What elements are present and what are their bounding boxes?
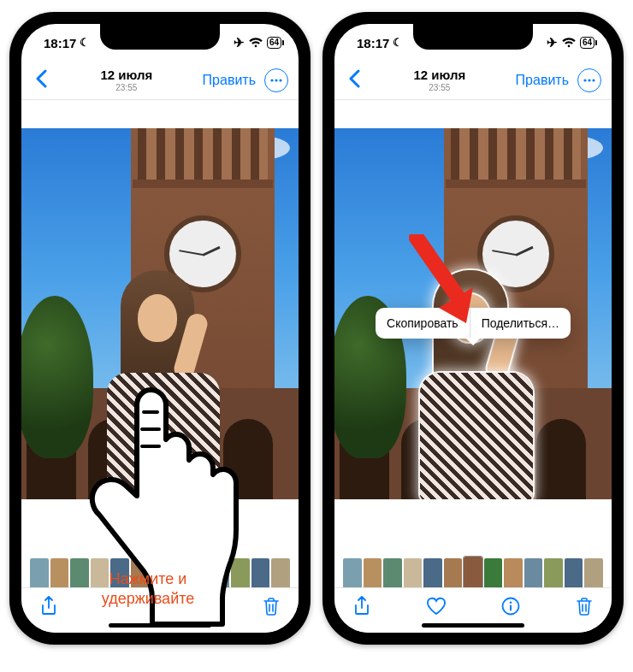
thumbnail[interactable] bbox=[50, 558, 69, 591]
thumbnail[interactable] bbox=[364, 558, 382, 591]
svg-point-7 bbox=[588, 79, 590, 81]
status-time: 18:17 bbox=[357, 36, 389, 50]
edit-button[interactable]: Править bbox=[203, 73, 256, 88]
trash-icon[interactable] bbox=[576, 597, 593, 619]
wifi-icon bbox=[249, 36, 263, 50]
phone-frame-right: 18:17 ☾ ✈ 64 12 июля 23:55 bbox=[322, 12, 624, 645]
svg-rect-5 bbox=[140, 445, 161, 448]
trash-icon[interactable] bbox=[263, 597, 280, 619]
thumbnail[interactable] bbox=[444, 558, 463, 591]
battery-indicator: 64 bbox=[267, 37, 281, 49]
stage: 18:17 ☾ ✈ 64 12 июля 23:55 bbox=[0, 0, 633, 672]
thumbnail[interactable] bbox=[484, 558, 503, 591]
thumbnail[interactable] bbox=[423, 558, 442, 591]
favorite-heart-icon[interactable] bbox=[426, 597, 447, 619]
svg-point-1 bbox=[275, 79, 277, 81]
notch bbox=[413, 24, 533, 50]
press-hold-hint: Нажмите и удерживайте bbox=[84, 569, 212, 608]
share-icon[interactable] bbox=[353, 596, 370, 620]
thumbnail[interactable] bbox=[383, 558, 402, 591]
thumbnail[interactable] bbox=[343, 558, 362, 591]
nav-title: 12 июля 23:55 bbox=[100, 68, 152, 92]
dnd-moon-icon: ☾ bbox=[80, 36, 90, 49]
thumbnail[interactable] bbox=[524, 558, 543, 591]
photo-time: 23:55 bbox=[100, 83, 152, 92]
svg-point-2 bbox=[279, 79, 281, 81]
nav-bar: 12 июля 23:55 Править bbox=[334, 62, 612, 100]
thumbnail[interactable] bbox=[251, 558, 270, 591]
svg-point-8 bbox=[592, 79, 595, 81]
status-time: 18:17 bbox=[44, 36, 76, 50]
battery-indicator: 64 bbox=[580, 37, 595, 49]
thumbnail[interactable] bbox=[584, 558, 603, 591]
photo-date: 12 июля bbox=[413, 68, 465, 83]
photo-date: 12 июля bbox=[100, 68, 152, 83]
notch bbox=[100, 24, 220, 50]
svg-rect-11 bbox=[510, 605, 512, 611]
nav-bar: 12 июля 23:55 Править bbox=[21, 62, 299, 100]
share-icon[interactable] bbox=[40, 596, 57, 620]
svg-rect-3 bbox=[142, 410, 159, 414]
thumbnail[interactable] bbox=[565, 558, 583, 591]
airplane-mode-icon: ✈ bbox=[234, 35, 245, 50]
thumbnail[interactable] bbox=[30, 558, 49, 591]
more-menu-button[interactable] bbox=[577, 68, 601, 92]
photo-viewer[interactable]: Скопировать Поделиться… bbox=[334, 99, 612, 551]
svg-point-10 bbox=[510, 602, 512, 604]
back-button[interactable] bbox=[32, 67, 50, 94]
screen-right: 18:17 ☾ ✈ 64 12 июля 23:55 bbox=[334, 24, 612, 633]
photo-time: 23:55 bbox=[413, 83, 465, 92]
home-indicator[interactable] bbox=[422, 623, 524, 628]
svg-point-0 bbox=[270, 79, 273, 81]
share-button[interactable]: Поделиться… bbox=[470, 308, 571, 339]
back-button[interactable] bbox=[345, 67, 364, 94]
annotation-arrow-icon bbox=[399, 234, 485, 332]
thumbnail[interactable] bbox=[271, 558, 290, 591]
airplane-mode-icon: ✈ bbox=[547, 35, 558, 50]
thumbnail[interactable] bbox=[544, 558, 563, 591]
info-icon[interactable] bbox=[501, 597, 520, 619]
nav-title: 12 июля 23:55 bbox=[413, 68, 465, 92]
wifi-icon bbox=[562, 36, 576, 50]
dnd-moon-icon: ☾ bbox=[393, 36, 403, 49]
thumbnail[interactable] bbox=[404, 558, 423, 591]
thumbnail[interactable] bbox=[504, 558, 523, 591]
svg-point-6 bbox=[583, 79, 586, 81]
more-menu-button[interactable] bbox=[264, 68, 288, 92]
edit-button[interactable]: Править bbox=[516, 73, 569, 88]
svg-rect-4 bbox=[140, 427, 161, 431]
